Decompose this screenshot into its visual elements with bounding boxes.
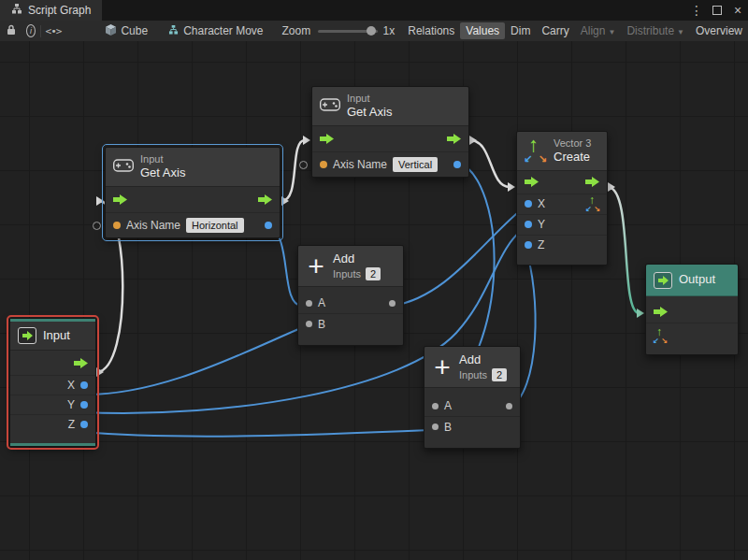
control-input-port[interactable]	[320, 134, 334, 144]
node-add-top[interactable]: + Add Inputs 2 A B	[297, 245, 404, 346]
control-output-port[interactable]	[585, 177, 599, 187]
control-output-port[interactable]	[258, 194, 272, 205]
value-output-port[interactable]	[265, 222, 272, 229]
node-header[interactable]: Input Get Axis	[106, 148, 280, 187]
node-vector3-create[interactable]: ↑ ↙ ↘ Vector 3 Create X ↑↙↘	[516, 131, 608, 266]
unconnected-port-icon[interactable]	[93, 222, 101, 230]
control-input-port[interactable]	[113, 194, 127, 205]
code-icon[interactable]: <•>	[46, 25, 62, 37]
wire-add-top-to-vector3-x[interactable]	[393, 208, 524, 306]
axis-name-label: Axis Name	[333, 158, 387, 171]
port-row-b: B	[424, 416, 520, 437]
b-input-port[interactable]	[306, 321, 312, 327]
toolbar-divider	[40, 25, 41, 37]
x-label: X	[67, 379, 75, 392]
port-row-z: Z	[10, 414, 95, 434]
z-output-port[interactable]	[80, 421, 88, 428]
port-row-z: Z	[517, 235, 607, 255]
relations-button[interactable]: Relations	[402, 22, 460, 39]
script-graph-icon	[11, 4, 22, 17]
y-output-port[interactable]	[80, 401, 88, 409]
x-input-port[interactable]	[525, 200, 532, 208]
port-row-x: X	[10, 375, 95, 395]
cube-icon	[106, 24, 116, 38]
wire-input-z-to-add-bottom-b[interactable]	[81, 430, 430, 437]
align-dropdown[interactable]: Align▼	[575, 22, 622, 39]
gamepad-icon	[113, 159, 134, 175]
cube-asset-button[interactable]: Cube	[100, 22, 153, 40]
node-header[interactable]: Input	[10, 322, 95, 351]
a-input-port[interactable]	[306, 300, 312, 307]
inputs-count-input[interactable]: 2	[366, 267, 381, 280]
sum-output-port[interactable]	[506, 403, 512, 409]
wire-vector3-to-output[interactable]	[609, 187, 639, 313]
node-header[interactable]: ↑ ↙ ↘ Vector 3 Create	[517, 132, 607, 171]
node-add-bottom[interactable]: + Add Inputs 2 A B	[424, 346, 521, 449]
tab-script-graph[interactable]: Script Graph	[0, 0, 102, 21]
unconnected-port-icon[interactable]	[299, 161, 308, 169]
y-label: Y	[67, 398, 75, 411]
a-label: A	[444, 399, 452, 412]
x-output-port[interactable]	[80, 381, 88, 389]
control-output-port[interactable]	[447, 134, 461, 144]
axis-name-input[interactable]: Vertical	[393, 157, 438, 172]
z-label: Z	[538, 238, 544, 251]
close-icon[interactable]: ×	[727, 0, 748, 21]
node-header[interactable]: + Add Inputs 2	[424, 347, 520, 388]
node-header[interactable]: + Add Inputs 2	[298, 246, 403, 287]
overview-button[interactable]: Overview	[690, 22, 748, 39]
zoom-slider[interactable]	[318, 30, 377, 33]
a-input-port[interactable]	[432, 403, 439, 409]
node-get-axis-vertical[interactable]: Input Get Axis Axis Name Vertical	[311, 86, 469, 178]
wire-input-x-to-add-top-b[interactable]	[81, 327, 303, 395]
control-port-row	[106, 187, 280, 212]
lock-icon[interactable]	[7, 24, 16, 38]
values-button[interactable]: Values	[460, 22, 505, 39]
b-input-port[interactable]	[432, 424, 439, 430]
x-label: X	[538, 197, 545, 210]
y-input-port[interactable]	[525, 221, 532, 228]
add-icon: +	[432, 355, 453, 380]
carry-button[interactable]: Carry	[536, 22, 574, 39]
info-icon[interactable]: i	[26, 24, 36, 37]
control-port-row	[312, 126, 468, 151]
zoom-label: Zoom	[282, 24, 311, 37]
node-category: Input	[347, 93, 392, 105]
axis-name-port[interactable]	[113, 222, 121, 229]
event-color-bar	[10, 443, 95, 446]
node-header[interactable]: Output	[646, 265, 738, 296]
control-port-triangle	[469, 136, 477, 145]
vector3-type-icon: ↑↙↘	[654, 328, 667, 343]
axis-name-input[interactable]: Horizontal	[186, 218, 244, 233]
a-label: A	[318, 296, 325, 309]
dim-button[interactable]: Dim	[505, 22, 536, 39]
menu-icon[interactable]: ⋮	[686, 0, 707, 21]
sum-output-port[interactable]	[389, 300, 396, 307]
y-label: Y	[538, 218, 545, 231]
gamepad-icon	[320, 98, 340, 114]
character-move-button[interactable]: Character Move	[163, 22, 268, 39]
inputs-count-input[interactable]: 2	[492, 368, 507, 381]
node-output[interactable]: Output ↑↙↘	[645, 264, 739, 355]
graph-canvas[interactable]: Input Get Axis Axis Name Vertical	[0, 41, 748, 560]
maximize-icon[interactable]	[707, 0, 727, 21]
node-category: Vector 3	[554, 137, 591, 150]
vector3-icon: ↑ ↙ ↘	[525, 137, 547, 164]
control-port-row	[10, 351, 95, 375]
zoom-slider-handle[interactable]	[367, 26, 376, 36]
node-get-axis-horizontal[interactable]: Input Get Axis Axis Name Horizontal	[105, 147, 280, 238]
port-row-a: A	[424, 395, 520, 416]
z-input-port[interactable]	[525, 241, 532, 249]
value-output-port[interactable]	[453, 161, 461, 168]
distribute-dropdown[interactable]: Distribute▼	[621, 22, 690, 39]
control-input-port[interactable]	[525, 177, 539, 187]
node-header[interactable]: Input Get Axis	[312, 87, 468, 126]
chevron-down-icon: ▼	[677, 28, 684, 36]
control-input-port[interactable]	[654, 307, 668, 317]
tab-bar: Script Graph ⋮ ×	[0, 0, 748, 21]
wire-getaxis-horizontal-to-getaxis-vertical[interactable]	[281, 140, 305, 201]
axis-name-port[interactable]	[320, 161, 327, 168]
node-input[interactable]: Input X Y Z	[9, 318, 96, 447]
control-output-port[interactable]	[74, 358, 88, 368]
value-port-row: ↑↙↘	[646, 323, 738, 347]
